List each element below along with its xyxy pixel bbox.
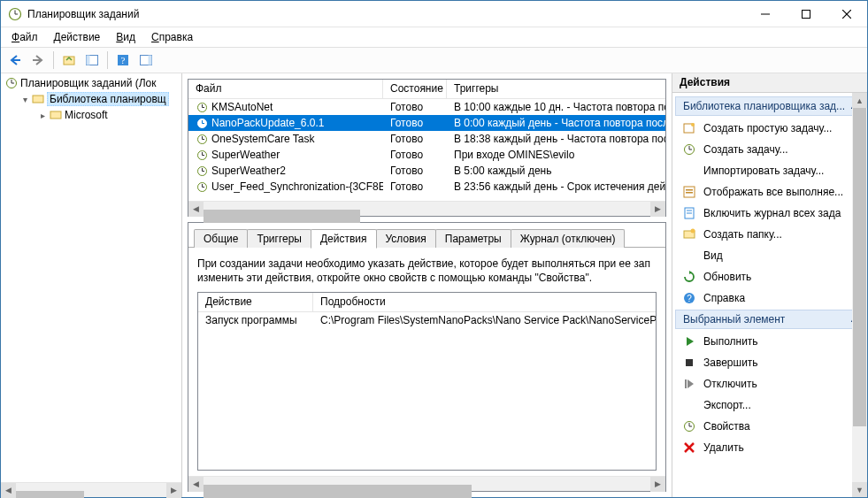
action-new-folder[interactable]: Создать папку... <box>675 224 867 245</box>
scroll-down-button[interactable]: ▼ <box>852 482 867 497</box>
svg-rect-19 <box>33 96 43 103</box>
task-row[interactable]: NanoPackUpdate_6.0.1ГотовоВ 0:00 каждый … <box>188 115 665 131</box>
action-create-simple-task[interactable]: Создать простую задачу... <box>675 118 867 139</box>
help-button[interactable]: ? <box>112 50 134 71</box>
action-properties[interactable]: Свойства <box>675 416 867 437</box>
scroll-left-button[interactable]: ◀ <box>188 202 204 217</box>
scroll-thumb[interactable] <box>204 210 360 223</box>
col-state[interactable]: Состояние <box>383 80 447 98</box>
action-help[interactable]: ? Справка <box>675 287 867 309</box>
svg-rect-11 <box>87 56 90 65</box>
window-controls <box>745 1 867 27</box>
scroll-left-button[interactable]: ◀ <box>1 483 16 498</box>
action-end[interactable]: Завершить <box>675 352 867 373</box>
tab-journal[interactable]: Журнал (отключен) <box>511 229 626 248</box>
svg-point-40 <box>691 123 695 126</box>
stop-icon <box>682 356 696 370</box>
scroll-right-button[interactable]: ▶ <box>650 202 665 217</box>
tab-actions[interactable]: Действия <box>311 229 377 249</box>
svg-text:?: ? <box>687 294 692 303</box>
action-export[interactable]: Экспорт... <box>675 395 867 416</box>
window-title: Планировщик заданий <box>27 8 745 20</box>
scroll-right-button[interactable]: ▶ <box>166 483 181 498</box>
actions-hint: При создании задачи необходимо указать д… <box>197 257 657 285</box>
show-hide-actions-button[interactable] <box>135 50 157 71</box>
menu-action[interactable]: Действие <box>47 29 108 45</box>
task-row[interactable]: OneSystemCare TaskГотовоВ 18:38 каждый д… <box>188 131 665 147</box>
tasks-body[interactable]: KMSAutoNetГотовоВ 10:00 каждые 10 дн. - … <box>188 99 665 201</box>
menu-help[interactable]: Справка <box>144 29 200 45</box>
delete-icon <box>682 441 696 455</box>
action-view[interactable]: Вид ▶ <box>675 245 867 266</box>
tree-root[interactable]: Планировщик заданий (Лок <box>1 75 181 91</box>
tasks-hscrollbar[interactable]: ◀ ▶ <box>188 201 665 216</box>
action-disable[interactable]: Отключить <box>675 373 867 395</box>
disable-icon <box>682 377 696 391</box>
tab-triggers[interactable]: Триггеры <box>247 229 311 248</box>
blank-icon <box>682 398 696 412</box>
scroll-thumb[interactable] <box>16 491 84 498</box>
action-import-task[interactable]: Импортировать задачу... <box>675 160 867 181</box>
clock-icon <box>196 180 208 193</box>
task-row[interactable]: SuperWeather2ГотовоВ 5:00 каждый день <box>188 163 665 179</box>
task-row[interactable]: SuperWeatherГотовоПри входе OMINES\evilo <box>188 147 665 163</box>
actions-vscrollbar[interactable]: ▲ ▼ <box>852 93 867 497</box>
tree-library[interactable]: ▾ Библиотека планировщ <box>1 91 181 107</box>
actions-group-library[interactable]: Библиотека планировщика зад...▲ <box>675 96 865 116</box>
tabs: Общие Триггеры Действия Условия Параметр… <box>188 223 665 248</box>
back-button[interactable] <box>4 50 26 71</box>
menubar: Файл Действие Вид Справка <box>1 27 867 47</box>
tab-conditions[interactable]: Условия <box>376 229 436 248</box>
col-details[interactable]: Подробности <box>313 293 656 311</box>
tasks-list: Файл Состояние Триггеры KMSAutoNetГотово… <box>188 79 666 217</box>
tab-general[interactable]: Общие <box>194 229 248 248</box>
scroll-up-button[interactable]: ▲ <box>852 93 867 108</box>
action-show-all-running[interactable]: Отображать все выполняе... <box>675 181 867 203</box>
action-row[interactable]: Запуск программы C:\Program Files\System… <box>198 312 656 328</box>
body: Планировщик заданий (Лок ▾ Библиотека пл… <box>1 73 867 497</box>
tree-microsoft[interactable]: ▸ Microsoft <box>1 107 181 123</box>
properties-icon <box>682 419 696 433</box>
blank-icon <box>682 164 696 178</box>
action-refresh[interactable]: Обновить <box>675 266 867 287</box>
actions-pane-title: Действия <box>672 73 867 93</box>
task-row[interactable]: User_Feed_Synchronization-{3CF8E10...Гот… <box>188 179 665 195</box>
tree[interactable]: Планировщик заданий (Лок ▾ Библиотека пл… <box>1 73 181 482</box>
actions-body[interactable]: Запуск программы C:\Program Files\System… <box>198 312 656 470</box>
tree-hscrollbar[interactable]: ◀ ▶ <box>1 482 181 497</box>
app-icon <box>8 7 22 21</box>
svg-rect-15 <box>149 56 152 65</box>
menu-view[interactable]: Вид <box>109 29 142 45</box>
running-tasks-icon <box>682 185 696 199</box>
svg-rect-46 <box>686 192 693 194</box>
tab-params[interactable]: Параметры <box>435 229 511 248</box>
show-hide-tree-button[interactable] <box>81 50 103 71</box>
scroll-thumb[interactable] <box>853 108 866 426</box>
details-hscrollbar[interactable]: ◀ ▶ <box>188 476 665 491</box>
action-delete[interactable]: Удалить <box>675 437 867 458</box>
minimize-button[interactable] <box>745 1 786 27</box>
maximize-button[interactable] <box>786 1 826 27</box>
clock-icon <box>196 101 208 113</box>
action-enable-log[interactable]: Включить журнал всех зада <box>675 203 867 224</box>
col-action[interactable]: Действие <box>198 293 313 311</box>
titlebar: Планировщик заданий <box>1 1 867 27</box>
col-file[interactable]: Файл <box>188 80 383 98</box>
action-create-task[interactable]: Создать задачу... <box>675 139 867 160</box>
actions-header: Действие Подробности <box>198 293 656 312</box>
task-row[interactable]: KMSAutoNetГотовоВ 10:00 каждые 10 дн. - … <box>188 99 665 115</box>
scroll-right-button[interactable]: ▶ <box>650 477 665 492</box>
scroll-left-button[interactable]: ◀ <box>188 477 204 492</box>
svg-rect-45 <box>686 189 693 191</box>
scroll-thumb[interactable] <box>204 485 472 498</box>
menu-file[interactable]: Файл <box>4 29 45 45</box>
close-button[interactable] <box>826 1 867 27</box>
up-button[interactable] <box>58 50 80 71</box>
expand-icon[interactable]: ▸ <box>36 111 49 120</box>
task-scheduler-window: Планировщик заданий Файл Действие Вид Сп… <box>0 0 868 498</box>
action-run[interactable]: Выполнить <box>675 331 867 352</box>
actions-group-selected[interactable]: Выбранный элемент▲ <box>675 310 865 329</box>
forward-button[interactable] <box>27 50 49 71</box>
col-triggers[interactable]: Триггеры <box>447 80 665 98</box>
collapse-icon[interactable]: ▾ <box>19 95 31 104</box>
